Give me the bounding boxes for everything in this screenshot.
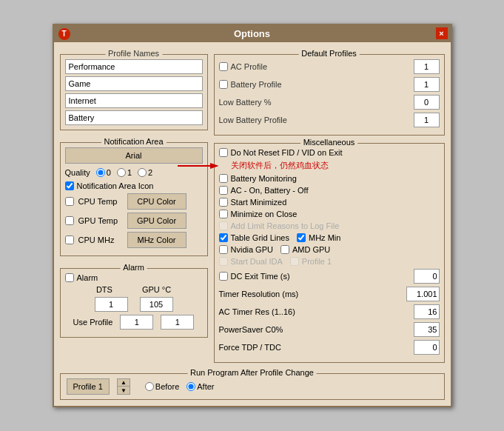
quality-0-label[interactable]: 0: [96, 168, 111, 177]
spinner-up-button[interactable]: ▲: [118, 379, 130, 387]
battery-profile-input[interactable]: [414, 77, 440, 92]
quality-2-radio[interactable]: [138, 168, 147, 177]
cpu-mhz-row: CPU MHz MHz Color: [65, 232, 203, 248]
app-icon: T: [58, 28, 70, 40]
ac-profile-checkbox[interactable]: [219, 62, 228, 71]
profile-names-section: Profile Names: [60, 54, 208, 130]
cpu-color-button[interactable]: CPU Color: [127, 193, 187, 210]
ac-battery-off-label: AC - On, Battery - Off: [231, 186, 309, 195]
gpu-temp-checkbox[interactable]: [65, 216, 74, 225]
minimize-on-close-label: Minimize on Close: [231, 210, 298, 218]
alarm-checkbox[interactable]: [65, 273, 74, 282]
mhz-min-col: MHz Min: [297, 233, 340, 242]
profile-1-button[interactable]: Profile 1: [67, 378, 110, 395]
before-radio[interactable]: [145, 382, 154, 391]
dual-ida-row: Start Dual IDA Profile 1: [219, 257, 440, 266]
ac-timer-row: AC Timer Res (1..16): [219, 304, 440, 319]
run-program-row: Profile 1 ▲ ▼ Before After: [67, 378, 438, 395]
gpu-c-input[interactable]: [140, 297, 173, 312]
font-button[interactable]: Arial: [65, 147, 203, 164]
title-bar: T Options ×: [54, 25, 451, 42]
ac-battery-off-row: AC - On, Battery - Off: [219, 186, 440, 195]
ac-battery-off-checkbox[interactable]: [219, 186, 228, 195]
cpu-mhz-label: CPU MHz: [78, 235, 123, 244]
low-battery-profile-label: Low Battery Profile: [219, 116, 287, 124]
battery-monitoring-checkbox[interactable]: [219, 174, 228, 183]
gpu-temp-label: GPU Temp: [78, 216, 123, 225]
after-radio-label[interactable]: After: [187, 382, 214, 391]
table-grid-label: Table Grid Lines: [231, 233, 290, 242]
after-label: After: [197, 382, 214, 391]
battery-profile-checkbox[interactable]: [219, 80, 228, 89]
dts-input[interactable]: [95, 297, 128, 312]
use-profile-label: Use Profile: [73, 318, 113, 327]
mhz-color-button[interactable]: MHz Color: [127, 232, 187, 248]
profile-input-battery[interactable]: [65, 110, 203, 125]
start-minimized-row: Start Minimized: [219, 198, 440, 207]
profile-input-game[interactable]: [65, 76, 203, 91]
profile-spinner[interactable]: ▲ ▼: [117, 378, 130, 395]
quality-1-label[interactable]: 1: [117, 168, 132, 177]
ac-profile-label: AC Profile: [231, 62, 268, 71]
gpu-color-button[interactable]: GPU Color: [127, 213, 187, 229]
chinese-text-row: 关闭软件后，仍然鸡血状态: [219, 160, 440, 171]
amd-gpu-checkbox[interactable]: [280, 245, 289, 254]
notification-area-icon-checkbox[interactable]: [65, 181, 74, 190]
powersaver-label: PowerSaver C0%: [219, 325, 283, 334]
low-battery-profile-input[interactable]: [414, 113, 440, 127]
misc-section: Miscellaneous Do Not Reset FID /: [214, 143, 445, 363]
cpu-temp-row: CPU Temp CPU Color: [65, 193, 203, 210]
quality-row: Quality 0 1 2: [65, 168, 203, 177]
alarm-header: DTS GPU °C: [65, 285, 203, 294]
force-tdp-input[interactable]: [414, 340, 440, 355]
quality-0-radio[interactable]: [96, 168, 105, 177]
before-radio-label[interactable]: Before: [145, 382, 179, 391]
start-minimized-checkbox[interactable]: [219, 198, 228, 207]
minimize-on-close-checkbox[interactable]: [219, 210, 228, 218]
gpu-temp-row: GPU Temp GPU Color: [65, 213, 203, 229]
right-panel: Default Profiles AC Profile Battery Prof…: [214, 48, 445, 363]
timer-res-input[interactable]: [406, 287, 440, 301]
spinner-down-button[interactable]: ▼: [118, 387, 130, 394]
cpu-temp-checkbox[interactable]: [65, 197, 74, 206]
ac-profile-input[interactable]: [414, 59, 440, 74]
battery-monitoring-label: Battery Monitoring: [231, 174, 297, 183]
battery-profile-label: Battery Profile: [231, 80, 282, 89]
cpu-mhz-checkbox[interactable]: [65, 235, 74, 244]
nvidia-gpu-checkbox[interactable]: [219, 245, 228, 254]
powersaver-input[interactable]: [414, 322, 440, 337]
use-profile-dts-input[interactable]: [120, 315, 153, 330]
nvidia-col: Nvidia GPU: [219, 245, 273, 254]
do-not-reset-checkbox[interactable]: [219, 148, 228, 157]
add-limit-checkbox[interactable]: [219, 221, 228, 230]
after-radio[interactable]: [187, 382, 195, 391]
do-not-reset-label: Do Not Reset FID / VID on Exit: [231, 148, 343, 157]
ac-timer-input[interactable]: [414, 304, 440, 319]
low-battery-input[interactable]: [414, 95, 440, 110]
powersaver-row: PowerSaver C0%: [219, 322, 440, 337]
default-profiles-label: Default Profiles: [298, 49, 360, 58]
before-label: Before: [155, 382, 179, 391]
left-panel: Profile Names Notification Area Arial Qu…: [60, 48, 208, 363]
close-button[interactable]: ×: [436, 27, 448, 39]
low-battery-label: Low Battery %: [219, 98, 272, 107]
mhz-min-checkbox[interactable]: [297, 233, 306, 242]
dts-header: DTS: [96, 285, 112, 294]
battery-profile-row: Battery Profile: [219, 77, 440, 92]
profile-input-performance[interactable]: [65, 59, 203, 74]
quality-1-radio[interactable]: [117, 168, 126, 177]
profile1-checkbox[interactable]: [290, 257, 299, 266]
use-profile-gpu-input[interactable]: [161, 315, 194, 330]
quality-2-label[interactable]: 2: [138, 168, 152, 177]
window-title: Options: [234, 28, 270, 39]
start-dual-ida-label: Start Dual IDA: [231, 257, 283, 266]
alarm-values-row: [65, 297, 203, 312]
start-dual-ida-checkbox[interactable]: [219, 257, 228, 266]
amd-gpu-label: AMD GPU: [292, 245, 330, 254]
table-grid-checkbox[interactable]: [219, 233, 228, 242]
dc-exit-checkbox[interactable]: [219, 272, 228, 281]
profile-input-internet[interactable]: [65, 93, 203, 108]
dc-exit-input[interactable]: [414, 269, 440, 284]
notification-area-icon-label: Notification Area Icon: [77, 181, 154, 190]
minimize-on-close-row: Minimize on Close: [219, 210, 440, 218]
